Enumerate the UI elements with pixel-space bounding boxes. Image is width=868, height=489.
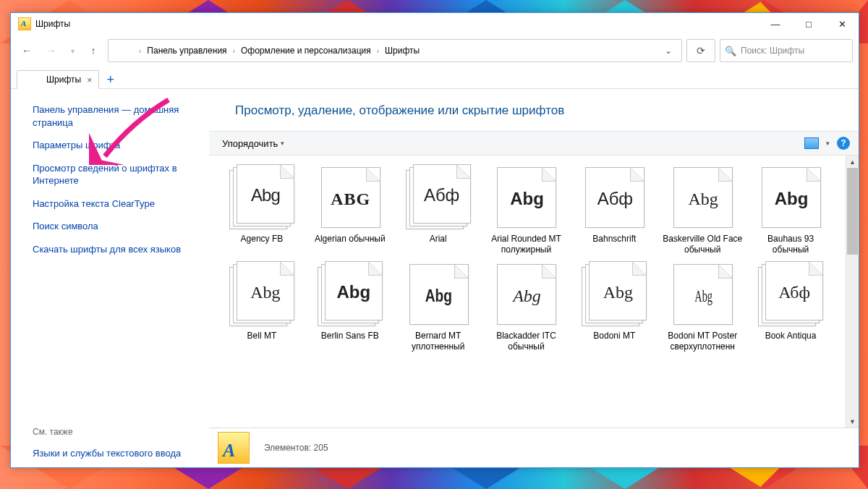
font-item[interactable]: АбфBahnschrift	[573, 164, 655, 255]
chevron-down-icon[interactable]: ▾	[826, 140, 830, 147]
sidebar-item-font-settings[interactable]: Параметры шрифта	[33, 139, 200, 152]
breadcrumb-item[interactable]: Панель управления	[145, 44, 228, 57]
font-item[interactable]: AbgBlackadder ITC обычный	[485, 261, 568, 352]
font-name-label: Agency FB	[241, 234, 284, 244]
font-item[interactable]: AbgBaskerville Old Face обычный	[661, 164, 744, 255]
sidebar-item-languages[interactable]: Языки и службы текстового ввода	[33, 447, 200, 460]
sidebar-item-charmap[interactable]: Поиск символа	[33, 220, 200, 233]
close-button[interactable]: ✕	[825, 13, 859, 35]
chevron-right-icon: ›	[233, 47, 235, 55]
font-item[interactable]: AbgAgency FB	[221, 164, 303, 255]
font-preview-icon: Abg	[582, 261, 647, 326]
font-name-label: Arial	[430, 234, 447, 244]
search-icon: 🔍	[725, 46, 736, 56]
sidebar-item-download-fonts[interactable]: Скачать шрифты для всех языков	[33, 243, 200, 256]
new-tab-button[interactable]: +	[102, 71, 119, 88]
font-item[interactable]: АбфArial	[397, 164, 480, 255]
font-item[interactable]: AbgBell MT	[221, 261, 303, 352]
font-preview-icon: Abg	[229, 261, 294, 326]
font-preview-icon: Абф	[758, 261, 823, 326]
address-bar[interactable]: › Панель управления › Оформление и персо…	[108, 39, 682, 62]
fonts-folder-icon	[18, 17, 31, 30]
titlebar: Шрифты — □ ✕	[11, 13, 859, 35]
font-preview-icon: Abg	[758, 164, 823, 229]
organize-menu[interactable]: Упорядочить	[218, 137, 289, 150]
font-name-label: Baskerville Old Face обычный	[661, 234, 744, 255]
font-item[interactable]: ABGAlgerian обычный	[309, 164, 391, 255]
sidebar-item-home[interactable]: Панель управления — домашняя страница	[33, 103, 200, 129]
font-name-label: Bahnschrift	[592, 234, 636, 244]
font-preview-icon: Abg	[493, 164, 558, 229]
nav-back-button[interactable]: ←	[17, 41, 37, 61]
fonts-folder-icon	[23, 74, 42, 85]
address-dropdown-button[interactable]: ⌄	[658, 41, 678, 61]
font-name-label: Arial Rounded MT полужирный	[485, 234, 568, 255]
font-preview-icon: Abg	[493, 261, 558, 326]
font-name-label: Blackadder ITC обычный	[485, 331, 568, 352]
help-button[interactable]: ?	[837, 137, 850, 150]
nav-forward-button[interactable]: →	[41, 41, 61, 61]
font-grid: AbgAgency FBABGAlgerian обычныйАбфArialA…	[209, 156, 846, 358]
font-name-label: Bodoni MT Poster сверхуплотненн	[661, 331, 744, 352]
font-item[interactable]: AbgBodoni MT	[573, 261, 655, 352]
organize-label: Упорядочить	[222, 138, 278, 149]
search-placeholder: Поиск: Шрифты	[741, 46, 804, 56]
font-preview-icon: Абф	[582, 164, 647, 229]
nav-row: ← → ▾ ↑ › Панель управления › Оформление…	[11, 35, 859, 68]
tab-row: Шрифты × +	[11, 68, 859, 89]
breadcrumb-item[interactable]: Оформление и персонализация	[239, 44, 373, 57]
font-name-label: Bernard MT уплотненный	[397, 331, 480, 352]
font-name-label: Book Antiqua	[765, 331, 817, 341]
see-also-label: См. также	[33, 427, 200, 437]
toolbar: Упорядочить ▾ ?	[209, 131, 859, 156]
scroll-thumb[interactable]	[847, 168, 858, 255]
font-preview-icon: Abg	[406, 261, 471, 326]
chevron-right-icon: ›	[377, 47, 379, 55]
font-preview-icon: Abg	[670, 261, 735, 326]
font-preview-icon: Abg	[670, 164, 735, 229]
fonts-folder-icon	[113, 45, 132, 56]
sidebar: Панель управления — домашняя страница Па…	[11, 89, 209, 467]
font-item[interactable]: AbgBauhaus 93 обычный	[749, 164, 832, 255]
font-preview-icon: Abg	[318, 261, 383, 326]
font-item[interactable]: AbgBernard MT уплотненный	[397, 261, 480, 352]
fonts-window: Шрифты — □ ✕ ← → ▾ ↑ › Панель управления…	[10, 12, 859, 468]
scroll-up-icon[interactable]: ▲	[846, 156, 859, 168]
tab-close-icon[interactable]: ×	[87, 75, 93, 85]
font-item[interactable]: AbgBerlin Sans FB	[309, 261, 391, 352]
font-name-label: Bauhaus 93 обычный	[749, 234, 832, 255]
font-preview-icon: Abg	[229, 164, 294, 229]
font-name-label: Bell MT	[247, 331, 277, 341]
scroll-down-icon[interactable]: ▼	[846, 415, 859, 428]
maximize-button[interactable]: □	[792, 13, 825, 35]
minimize-button[interactable]: —	[759, 13, 792, 35]
search-input[interactable]: 🔍 Поиск: Шрифты	[720, 39, 853, 62]
nav-history-dropdown[interactable]: ▾	[66, 41, 79, 61]
font-name-label: Bodoni MT	[593, 331, 635, 341]
sidebar-item-cleartype[interactable]: Настройка текста ClearType	[33, 197, 200, 211]
page-heading: Просмотр, удаление, отображение или скры…	[235, 103, 859, 118]
main-panel: Просмотр, удаление, отображение или скры…	[209, 89, 859, 467]
view-options-button[interactable]	[804, 137, 819, 149]
font-item[interactable]: AbgArial Rounded MT полужирный	[485, 164, 568, 255]
tab-fonts[interactable]: Шрифты ×	[17, 70, 99, 89]
refresh-button[interactable]: ⟳	[686, 39, 715, 62]
font-item[interactable]: AbgBodoni MT Poster сверхуплотненн	[661, 261, 744, 352]
font-preview-icon: Абф	[406, 164, 471, 229]
font-name-label: Berlin Sans FB	[321, 331, 379, 341]
chevron-right-icon: ›	[139, 47, 141, 55]
status-text: Элементов: 205	[264, 443, 328, 453]
font-name-label: Algerian обычный	[315, 234, 386, 244]
tab-label: Шрифты	[46, 75, 81, 85]
breadcrumb-item[interactable]: Шрифты	[383, 44, 421, 57]
font-item[interactable]: АбфBook Antiqua	[749, 261, 832, 352]
nav-up-button[interactable]: ↑	[83, 41, 103, 61]
sidebar-item-font-info-online[interactable]: Просмотр сведений о шрифтах в Интернете	[33, 162, 200, 187]
status-bar: Элементов: 205	[209, 428, 859, 467]
font-preview-icon: ABG	[318, 164, 383, 229]
fonts-folder-icon	[218, 432, 250, 464]
window-title: Шрифты	[35, 19, 70, 29]
scrollbar[interactable]: ▲ ▼	[846, 156, 859, 428]
